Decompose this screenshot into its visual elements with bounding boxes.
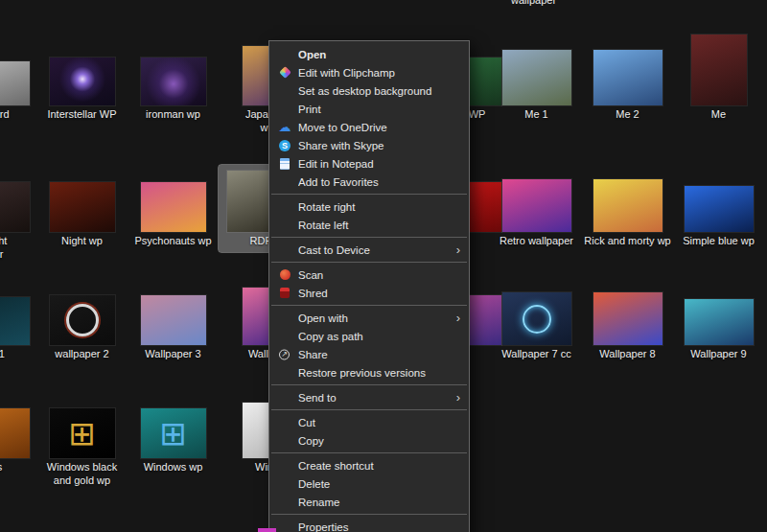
menu-item-label: Print [298,104,459,115]
file-tile-windows-wp[interactable]: Windows wp [128,391,219,478]
file-tile-me[interactable]: Me [673,38,764,126]
menu-item-copy[interactable]: Copy [269,431,469,450]
file-tile-night-per[interactable]: night per [0,165,41,265]
menu-item-delete[interactable]: Delete [269,474,469,493]
menu-separator [271,452,467,453]
skype-icon [279,140,291,151]
menu-item-scan[interactable]: Scan [269,266,469,284]
file-thumbnail [0,61,30,105]
submenu-arrow-icon: › [456,243,460,257]
menu-item-add-to-favorites[interactable]: Add to Favorites [269,173,469,191]
menu-item-share[interactable]: Share [269,345,469,363]
file-tile-wallpaper-8[interactable]: Wallpaper 8 [582,278,673,365]
menu-item-label: Cast to Device [298,244,459,256]
file-thumbnail [50,58,115,105]
menu-item-restore-previous-versions[interactable]: Restore previous versions [269,363,469,382]
file-thumbnail [141,295,206,345]
menu-item-rotate-left[interactable]: Rotate left [269,216,469,234]
menu-item-edit-in-notepad[interactable]: Edit in Notepad [269,154,469,173]
file-tile-night-wp[interactable]: Night wp [36,165,128,252]
thumbnail-area [0,280,41,345]
menu-item-print[interactable]: Print [269,100,469,118]
file-tile-psychonauts-wp[interactable]: Psychonauts wp [128,165,219,252]
file-label: Interstellar WP [47,108,116,122]
thumbnail-area [128,167,219,232]
file-label: ws [0,461,2,474]
file-tile-board[interactable]: board [0,38,41,126]
file-tile-er-1[interactable]: er 1 [0,278,41,365]
file-thumbnail [141,408,206,458]
clipchamp-icon [278,66,291,80]
file-tile-wallpaper-3[interactable]: Wallpaper 3 [128,278,219,365]
menu-item-label: Delete [298,478,459,490]
thumbnail-area [0,393,41,458]
file-tile-me-1[interactable]: Me 1 [491,38,582,126]
notepad-icon [278,157,291,171]
file-thumbnail [141,182,206,232]
file-thumbnail [691,35,747,105]
menu-item-label: Rotate right [298,201,459,213]
file-tile-ws[interactable]: ws [0,391,41,478]
file-label: er 1 [0,348,5,361]
file-thumbnail [685,299,754,345]
file-tile-interstellar-wp[interactable]: Interstellar WP [36,38,128,126]
menu-item-label: Properties [298,521,459,532]
menu-item-move-to-onedrive[interactable]: Move to OneDrive [269,118,469,136]
file-label: night per [0,235,7,261]
file-thumbnail [502,179,571,232]
menu-item-open-with[interactable]: Open with› [269,309,469,327]
menu-item-shred[interactable]: Shred [269,284,469,302]
menu-item-properties[interactable]: Properties [269,518,469,532]
menu-item-rotate-right[interactable]: Rotate right [269,197,469,216]
menu-item-set-as-desktop-background[interactable]: Set as desktop background [269,81,469,100]
context-menu: OpenEdit with ClipchampSet as desktop ba… [268,40,470,532]
menu-item-rename[interactable]: Rename [269,493,469,511]
file-tile-wallpaper-9[interactable]: Wallpaper 9 [673,278,764,365]
file-tile-rick-and-morty-wp[interactable]: Rick and morty wp [582,165,673,252]
thumbnail-area [673,167,764,232]
shred-icon [278,287,291,300]
scan-icon [278,268,291,282]
menu-item-label: Scan [298,269,459,281]
file-tile-me-2[interactable]: Me 2 [582,38,673,126]
file-thumbnail [50,182,115,232]
file-thumbnail [593,292,662,345]
menu-item-label: Move to OneDrive [298,122,459,133]
file-tile-ironman-wp[interactable]: ironman wp [128,38,219,126]
file-thumbnail [685,186,754,232]
thumbnail-area [36,167,128,232]
file-tile-wallpaper-2[interactable]: wallpaper 2 [36,278,128,365]
file-label: Wallpaper 3 [145,348,200,361]
menu-item-label: Rotate left [298,220,459,231]
menu-item-edit-with-clipchamp[interactable]: Edit with Clipchamp [269,63,469,81]
submenu-arrow-icon: › [456,311,460,325]
thumbnail-area [491,40,582,105]
menu-item-open[interactable]: Open [269,45,469,63]
thumbnail-area [582,40,673,105]
thumbnail-area [36,280,128,345]
onedrive-icon [278,121,291,134]
file-label: Wallpaper 8 [599,348,655,361]
thumbnail-area [36,40,128,105]
menu-item-send-to[interactable]: Send to› [269,388,469,406]
menu-item-label: Share [298,349,459,360]
menu-item-cut[interactable]: Cut [269,413,469,431]
menu-separator [271,384,467,385]
menu-item-share-with-skype[interactable]: Share with Skype [269,136,469,154]
file-tile-wallpaper-7-cc[interactable]: Wallpaper 7 cc [491,278,582,365]
menu-item-label: Cut [298,417,459,428]
file-tile-simple-blue-wp[interactable]: Simple blue wp [673,165,764,252]
file-thumbnail [0,408,30,458]
menu-item-label: Send to [298,392,459,404]
menu-item-label: Add to Favorites [298,176,459,188]
thumbnail-area [0,40,41,105]
menu-item-create-shortcut[interactable]: Create shortcut [269,456,469,474]
file-tile-windows-black-and-gold-wp[interactable]: Windows black and gold wp [36,391,128,491]
file-tile-retro-wallpaper[interactable]: Retro wallpaper [491,165,582,252]
file-thumbnail [141,58,206,105]
file-label: Wallpaper 7 cc [501,348,570,361]
thumbnail-area [0,167,41,232]
menu-item-cast-to-device[interactable]: Cast to Device› [269,241,469,259]
thumbnail-area [673,40,764,105]
menu-item-copy-as-path[interactable]: Copy as path [269,327,469,345]
